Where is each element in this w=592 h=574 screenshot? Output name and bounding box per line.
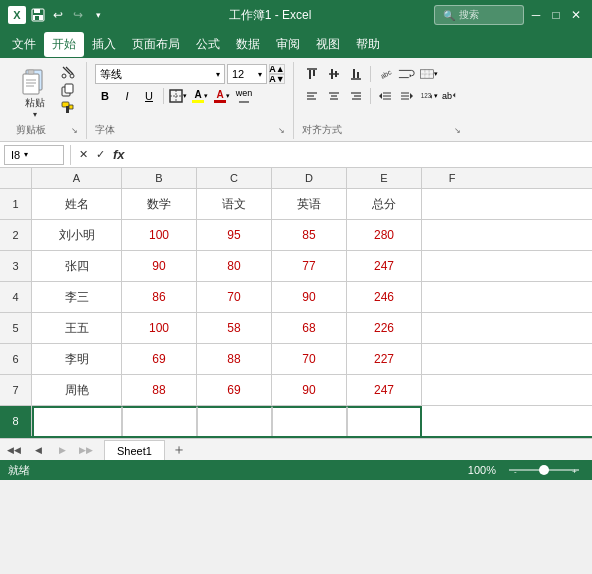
cell-c4[interactable]: 70 (197, 282, 272, 312)
cell-e5[interactable]: 226 (347, 313, 422, 343)
wrap-text-button[interactable] (397, 64, 417, 84)
zoom-slider[interactable]: - + (504, 464, 584, 476)
cell-d7[interactable]: 90 (272, 375, 347, 405)
font-expand-icon[interactable]: ↘ (278, 126, 285, 135)
menu-data[interactable]: 数据 (228, 32, 268, 57)
align-middle-button[interactable] (324, 64, 344, 84)
cell-e4[interactable]: 246 (347, 282, 422, 312)
menu-file[interactable]: 文件 (4, 32, 44, 57)
formula-input[interactable] (131, 145, 588, 165)
cell-c5[interactable]: 58 (197, 313, 272, 343)
menu-insert[interactable]: 插入 (84, 32, 124, 57)
col-header-d[interactable]: D (272, 168, 347, 188)
cell-b1[interactable]: 数学 (122, 189, 197, 219)
cell-b7[interactable]: 88 (122, 375, 197, 405)
more-quickaccess-icon[interactable]: ▾ (90, 7, 106, 23)
font-dropdown-icon[interactable]: ▾ (216, 70, 220, 79)
align-right-button[interactable] (346, 86, 366, 106)
alignment-expand-icon[interactable]: ↘ (454, 126, 461, 135)
cellref-dropdown-icon[interactable]: ▾ (24, 150, 28, 159)
cell-e8[interactable] (347, 406, 422, 436)
align-left-button[interactable] (302, 86, 322, 106)
cell-f8[interactable] (422, 406, 482, 436)
align-top-button[interactable] (302, 64, 322, 84)
cell-d4[interactable]: 90 (272, 282, 347, 312)
cell-b3[interactable]: 90 (122, 251, 197, 281)
menu-layout[interactable]: 页面布局 (124, 32, 188, 57)
close-icon[interactable]: ✕ (568, 7, 584, 23)
cell-f5[interactable] (422, 313, 482, 343)
cell-f3[interactable] (422, 251, 482, 281)
maximize-icon[interactable]: □ (548, 7, 564, 23)
menu-start[interactable]: 开始 (44, 32, 84, 57)
cell-a1[interactable]: 姓名 (32, 189, 122, 219)
cell-c6[interactable]: 88 (197, 344, 272, 374)
menu-formula[interactable]: 公式 (188, 32, 228, 57)
ab-format-button[interactable]: ab (441, 86, 461, 106)
col-header-a[interactable]: A (32, 168, 122, 188)
font-size-selector[interactable]: 12 ▾ (227, 64, 267, 84)
decrease-font-button[interactable]: A▼ (269, 74, 285, 84)
cancel-formula-button[interactable]: ✕ (77, 148, 90, 161)
undo-icon[interactable]: ↩ (50, 7, 66, 23)
text-format-button[interactable]: wen ══ (234, 86, 254, 106)
decrease-indent-button[interactable] (375, 86, 395, 106)
col-header-e[interactable]: E (347, 168, 422, 188)
cell-e1[interactable]: 总分 (347, 189, 422, 219)
sheet-tab-sheet1[interactable]: Sheet1 (104, 440, 165, 460)
size-dropdown-icon[interactable]: ▾ (258, 70, 262, 79)
row-number-2[interactable]: 2 (0, 220, 32, 250)
underline-button[interactable]: U (139, 86, 159, 106)
cell-b5[interactable]: 100 (122, 313, 197, 343)
confirm-formula-button[interactable]: ✓ (94, 148, 107, 161)
cell-e7[interactable]: 247 (347, 375, 422, 405)
scroll-sheets-left-button[interactable]: ◀◀ (4, 440, 24, 460)
scroll-sheets-next-button[interactable]: ▶ (52, 440, 72, 460)
col-header-c[interactable]: C (197, 168, 272, 188)
cell-b4[interactable]: 86 (122, 282, 197, 312)
cell-b2[interactable]: 100 (122, 220, 197, 250)
italic-button[interactable]: I (117, 86, 137, 106)
cell-e6[interactable]: 227 (347, 344, 422, 374)
increase-indent-button[interactable] (397, 86, 417, 106)
redo-icon[interactable]: ↪ (70, 7, 86, 23)
cell-reference[interactable]: I8 ▾ (4, 145, 64, 165)
cell-b8[interactable] (122, 406, 197, 436)
search-box[interactable]: 🔍 搜索 (434, 5, 524, 25)
border-button[interactable]: ▾ (168, 86, 188, 106)
cell-a2[interactable]: 刘小明 (32, 220, 122, 250)
cell-d8[interactable] (272, 406, 347, 436)
row-number-1[interactable]: 1 (0, 189, 32, 219)
bold-button[interactable]: B (95, 86, 115, 106)
cell-d2[interactable]: 85 (272, 220, 347, 250)
cell-f6[interactable] (422, 344, 482, 374)
copy-button[interactable] (58, 82, 78, 98)
scroll-sheets-prev-button[interactable]: ◀ (28, 440, 48, 460)
cell-f7[interactable] (422, 375, 482, 405)
cell-a7[interactable]: 周艳 (32, 375, 122, 405)
cell-f4[interactable] (422, 282, 482, 312)
cell-c1[interactable]: 语文 (197, 189, 272, 219)
paste-dropdown-icon[interactable]: ▾ (33, 110, 37, 119)
cell-d5[interactable]: 68 (272, 313, 347, 343)
cell-c2[interactable]: 95 (197, 220, 272, 250)
col-header-b[interactable]: B (122, 168, 197, 188)
fill-color-button[interactable]: A ▾ (190, 86, 210, 106)
align-bottom-button[interactable] (346, 64, 366, 84)
menu-help[interactable]: 帮助 (348, 32, 388, 57)
paste-button[interactable]: 粘贴 ▾ (16, 64, 54, 121)
row-number-8[interactable]: 8 (0, 406, 32, 436)
row-number-4[interactable]: 4 (0, 282, 32, 312)
cell-c8[interactable] (197, 406, 272, 436)
add-sheet-button[interactable]: ＋ (169, 440, 189, 460)
cell-d1[interactable]: 英语 (272, 189, 347, 219)
cell-a4[interactable]: 李三 (32, 282, 122, 312)
cell-f2[interactable] (422, 220, 482, 250)
align-center-button[interactable] (324, 86, 344, 106)
minimize-icon[interactable]: ─ (528, 7, 544, 23)
cut-button[interactable] (58, 64, 78, 80)
col-header-f[interactable]: F (422, 168, 482, 188)
cell-d6[interactable]: 70 (272, 344, 347, 374)
save-icon[interactable] (30, 7, 46, 23)
font-color-button[interactable]: A ▾ (212, 86, 232, 106)
